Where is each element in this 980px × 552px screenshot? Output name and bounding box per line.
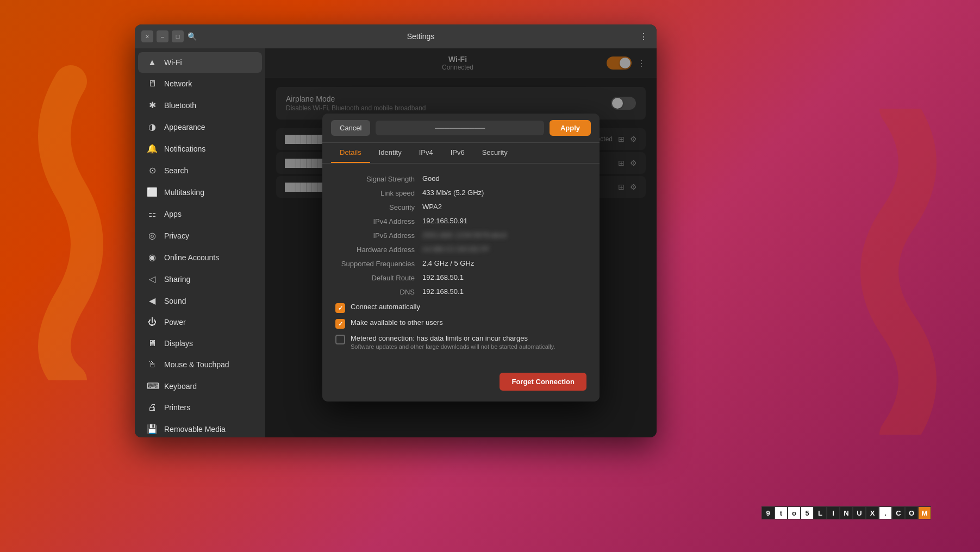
sidebar: ▲ Wi-Fi 🖥 Network ✱ Bluetooth ◑ Appearan… <box>135 48 265 437</box>
ipv6-row: IPv6 Address 2001:db8::1234:5678:abcd <box>335 231 586 240</box>
make-available-label: Make available to other users <box>351 318 443 327</box>
dialog-network-name-input[interactable] <box>376 121 544 135</box>
connect-auto-row: Connect automatically <box>335 303 586 313</box>
metered-connection-label: Metered connection: has data limits or c… <box>351 334 555 342</box>
sidebar-item-privacy[interactable]: ◎ Privacy <box>138 225 262 246</box>
wm-char-o: o <box>788 506 801 519</box>
wm-char-dot: . <box>879 506 892 519</box>
sidebar-item-removable-media[interactable]: 💾 Removable Media <box>138 418 262 437</box>
dialog-cancel-button[interactable]: Cancel <box>331 120 370 136</box>
window-menu-button[interactable]: ⋮ <box>637 30 650 43</box>
sidebar-item-sound[interactable]: ◀ Sound <box>138 290 262 311</box>
sidebar-item-sharing[interactable]: ◁ Sharing <box>138 268 262 290</box>
dns-row: DNS 192.168.50.1 <box>335 287 586 296</box>
tab-identity[interactable]: Identity <box>370 143 410 163</box>
sidebar-item-power[interactable]: ⏻ Power <box>138 312 262 333</box>
sidebar-item-multitasking-label: Multitasking <box>164 188 204 197</box>
metered-connection-text-block: Metered connection: has data limits or c… <box>351 334 555 350</box>
minimize-button[interactable]: – <box>157 30 168 42</box>
sidebar-item-notifications[interactable]: 🔔 Notifications <box>138 138 262 159</box>
sidebar-item-displays[interactable]: 🖥 Displays <box>138 333 262 354</box>
metered-connection-checkbox[interactable] <box>335 335 345 344</box>
tab-security[interactable]: Security <box>473 143 516 163</box>
supported-frequencies-row: Supported Frequencies 2.4 GHz / 5 GHz <box>335 259 586 268</box>
default-route-value: 192.168.50.1 <box>422 273 586 281</box>
dialog-details-content: Signal Strength Good Link speed 433 Mb/s… <box>322 164 600 366</box>
wm-char-9: 9 <box>761 506 775 519</box>
sidebar-item-mouse-touchpad[interactable]: 🖱 Mouse & Touchpad <box>138 354 262 375</box>
apps-icon: ⚏ <box>147 209 158 219</box>
wm-char-x: X <box>866 506 879 519</box>
ipv4-row: IPv4 Address 192.168.50.91 <box>335 217 586 225</box>
sidebar-item-appearance-label: Appearance <box>164 123 205 131</box>
settings-body: ▲ Wi-Fi 🖥 Network ✱ Bluetooth ◑ Appearan… <box>135 48 657 437</box>
wm-char-c: C <box>892 506 905 519</box>
sidebar-item-wifi[interactable]: ▲ Wi-Fi <box>138 52 262 73</box>
sidebar-item-removable-media-label: Removable Media <box>164 425 226 434</box>
notifications-icon: 🔔 <box>147 143 158 154</box>
wm-char-n: N <box>840 506 853 519</box>
security-value: WPA2 <box>422 203 586 211</box>
ipv6-address-label: IPv6 Address <box>335 231 422 240</box>
sidebar-item-search[interactable]: ⊙ Search <box>138 160 262 181</box>
ipv6-address-value: 2001:db8::1234:5678:abcd <box>422 231 586 239</box>
watermark: 9 t o 5 L I N U X . C O M <box>761 506 931 519</box>
hardware-address-row: Hardware Address AA:BB:CC:DD:EE:FF <box>335 245 586 254</box>
close-button[interactable]: × <box>141 30 153 42</box>
dns-value: 192.168.50.1 <box>422 287 586 296</box>
network-details-dialog: Cancel Apply Details Identity IPv4 IPv6 … <box>322 114 600 402</box>
link-speed-label: Link speed <box>335 189 422 197</box>
sidebar-item-network[interactable]: 🖥 Network <box>138 73 262 94</box>
sidebar-item-bluetooth[interactable]: ✱ Bluetooth <box>138 95 262 116</box>
connect-auto-checkbox[interactable] <box>335 303 345 313</box>
sound-icon: ◀ <box>147 296 158 306</box>
make-available-checkbox[interactable] <box>335 319 345 329</box>
sidebar-item-printers-label: Printers <box>164 403 190 412</box>
displays-icon: 🖥 <box>147 338 158 348</box>
ipv4-address-value: 192.168.50.91 <box>422 217 586 225</box>
metered-connection-row: Metered connection: has data limits or c… <box>335 334 586 350</box>
sidebar-item-printers[interactable]: 🖨 Printers <box>138 397 262 418</box>
dialog-apply-button[interactable]: Apply <box>550 120 591 136</box>
settings-window: × – □ 🔍 Settings ⋮ ▲ Wi-Fi 🖥 Network ✱ B… <box>135 24 657 437</box>
security-row: Security WPA2 <box>335 203 586 211</box>
supported-frequencies-label: Supported Frequencies <box>335 259 422 268</box>
tab-ipv6[interactable]: IPv6 <box>442 143 473 163</box>
online-accounts-icon: ◉ <box>147 252 158 262</box>
sidebar-item-keyboard[interactable]: ⌨ Keyboard <box>138 375 262 397</box>
sidebar-item-apps[interactable]: ⚏ Apps <box>138 203 262 224</box>
tab-details[interactable]: Details <box>331 143 370 163</box>
removable-media-icon: 💾 <box>147 424 158 434</box>
bluetooth-icon: ✱ <box>147 100 158 110</box>
dialog-tabs: Details Identity IPv4 IPv6 Security <box>322 143 600 164</box>
sidebar-item-multitasking[interactable]: ⬜ Multitasking <box>138 181 262 203</box>
search-icon: ⊙ <box>147 165 158 175</box>
sharing-icon: ◁ <box>147 274 158 284</box>
sidebar-item-sound-label: Sound <box>164 297 186 305</box>
connect-auto-label: Connect automatically <box>351 303 420 311</box>
sidebar-item-sharing-label: Sharing <box>164 275 190 284</box>
wm-char-m: M <box>918 506 931 519</box>
appearance-icon: ◑ <box>147 122 158 132</box>
sidebar-item-network-label: Network <box>164 79 192 88</box>
signal-strength-value: Good <box>422 174 586 183</box>
search-button[interactable]: 🔍 <box>184 28 200 45</box>
maximize-button[interactable]: □ <box>172 30 184 42</box>
hardware-address-label: Hardware Address <box>335 245 422 254</box>
make-available-row: Make available to other users <box>335 318 586 329</box>
privacy-icon: ◎ <box>147 230 158 241</box>
security-label: Security <box>335 203 422 211</box>
link-speed-row: Link speed 433 Mb/s (5.2 GHz) <box>335 189 586 197</box>
wm-char-om-o: O <box>905 506 918 519</box>
supported-frequencies-value: 2.4 GHz / 5 GHz <box>422 259 586 267</box>
sidebar-item-appearance[interactable]: ◑ Appearance <box>138 116 262 137</box>
sidebar-item-online-accounts[interactable]: ◉ Online Accounts <box>138 247 262 268</box>
window-title: Settings <box>204 32 637 41</box>
wm-char-t: t <box>775 506 788 519</box>
forget-connection-button[interactable]: Forget Connection <box>500 373 586 391</box>
sidebar-item-apps-label: Apps <box>164 210 182 218</box>
tab-ipv4[interactable]: IPv4 <box>410 143 442 163</box>
printers-icon: 🖨 <box>147 403 158 412</box>
wm-char-5: 5 <box>801 506 814 519</box>
wm-char-u: U <box>853 506 866 519</box>
